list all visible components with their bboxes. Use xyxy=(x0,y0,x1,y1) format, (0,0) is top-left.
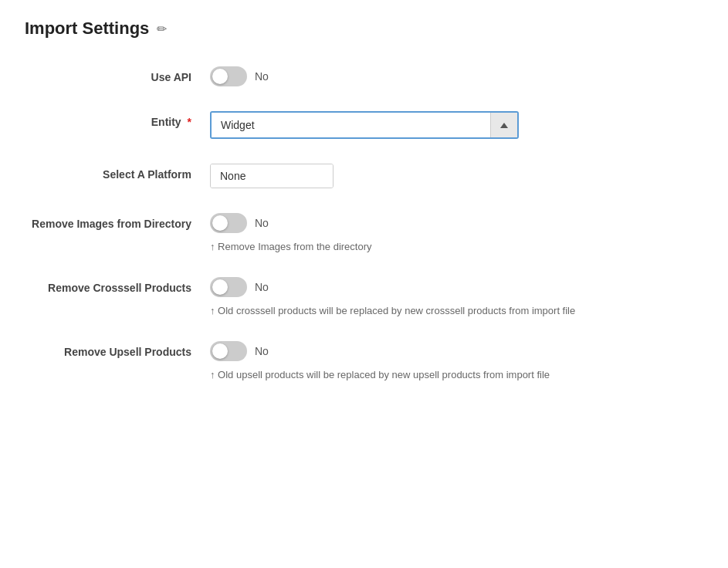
arrow-up-icon xyxy=(500,123,508,128)
remove-upsell-inline: No xyxy=(210,341,550,361)
remove-upsell-toggle[interactable] xyxy=(210,341,247,361)
remove-crosssell-hint: ↑ Old crosssell products will be replace… xyxy=(210,305,575,316)
use-api-inline: No xyxy=(210,66,269,86)
remove-images-inline: No xyxy=(210,213,372,233)
remove-upsell-thumb xyxy=(212,343,228,359)
form-row-entity: Entity * xyxy=(25,111,642,139)
remove-upsell-control: No ↑ Old upsell products will be replace… xyxy=(210,341,550,380)
remove-images-label: Remove Images from Directory xyxy=(25,213,210,230)
remove-crosssell-toggle[interactable] xyxy=(210,277,247,297)
settings-form: Use API No Entity * xyxy=(25,66,642,380)
use-api-label: Use API xyxy=(25,66,210,83)
remove-images-control: No ↑ Remove Images from the directory xyxy=(210,213,372,252)
page-title: Import Settings xyxy=(25,19,149,39)
platform-label: Select A Platform xyxy=(25,164,210,181)
remove-upsell-track xyxy=(210,341,247,361)
use-api-control: No xyxy=(210,66,269,86)
form-row-remove-upsell: Remove Upsell Products No ↑ Old upsell p… xyxy=(25,341,642,380)
use-api-thumb xyxy=(212,69,228,84)
remove-upsell-label: Remove Upsell Products xyxy=(25,341,210,358)
entity-select-wrapper xyxy=(210,111,519,139)
entity-required-star: * xyxy=(188,116,191,128)
entity-dropdown-button[interactable] xyxy=(490,113,517,137)
remove-crosssell-control: No ↑ Old crosssell products will be repl… xyxy=(210,277,575,316)
entity-control xyxy=(210,111,519,139)
entity-input[interactable] xyxy=(212,113,490,137)
remove-crosssell-toggle-label: No xyxy=(255,281,269,293)
remove-upsell-toggle-label: No xyxy=(255,345,269,357)
use-api-toggle[interactable] xyxy=(210,66,247,86)
edit-icon[interactable]: ✏ xyxy=(157,22,167,36)
remove-images-toggle[interactable] xyxy=(210,213,247,233)
remove-crosssell-label: Remove Crosssell Products xyxy=(25,277,210,294)
remove-crosssell-track xyxy=(210,277,247,297)
platform-select-wrapper xyxy=(210,164,334,188)
remove-images-hint: ↑ Remove Images from the directory xyxy=(210,241,372,252)
page-header: Import Settings ✏ xyxy=(25,19,703,39)
remove-images-track xyxy=(210,213,247,233)
remove-crosssell-inline: No xyxy=(210,277,575,297)
platform-input[interactable] xyxy=(211,164,334,188)
entity-label: Entity * xyxy=(25,111,210,128)
form-row-use-api: Use API No xyxy=(25,66,642,86)
remove-upsell-hint: ↑ Old upsell products will be replaced b… xyxy=(210,369,550,380)
form-row-remove-images: Remove Images from Directory No ↑ Remove… xyxy=(25,213,642,252)
remove-images-toggle-label: No xyxy=(255,217,269,229)
form-row-remove-crosssell: Remove Crosssell Products No ↑ Old cross… xyxy=(25,277,642,316)
remove-crosssell-thumb xyxy=(212,279,228,295)
platform-control xyxy=(210,164,334,188)
form-row-platform: Select A Platform xyxy=(25,164,642,188)
use-api-track xyxy=(210,66,247,86)
remove-images-thumb xyxy=(212,215,228,231)
use-api-toggle-label: No xyxy=(255,70,269,83)
